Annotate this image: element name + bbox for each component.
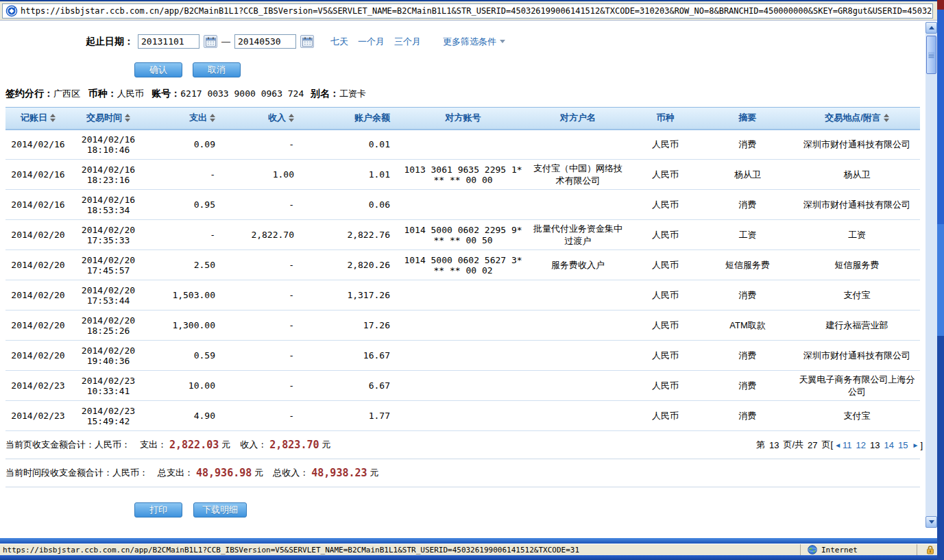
cell-balance: 1.77 xyxy=(304,401,400,431)
quick-link-1[interactable]: 一个月 xyxy=(358,36,385,48)
cell-in: - xyxy=(225,190,304,220)
quick-link-2[interactable]: 三个月 xyxy=(394,36,421,48)
end-date-input[interactable] xyxy=(234,34,296,49)
page-link-11[interactable]: 11 xyxy=(843,440,852,450)
cell-txn-time: 2014/02/2017:45:57 xyxy=(71,250,146,280)
address-url-text: https://ibsbjstar.ccb.com.cn/app/B2CMain… xyxy=(21,6,933,16)
filter-buttons: 确认 取消 xyxy=(134,62,925,77)
address-url-field[interactable]: https://ibsbjstar.ccb.com.cn/app/B2CMain… xyxy=(2,3,933,19)
transactions-tbody: 2014/02/162014/02/1618:10:460.09-0.01人民币… xyxy=(5,130,920,431)
internet-globe-icon xyxy=(808,545,817,555)
page-content: 起止日期： — 七天一个月三个月 更多筛选条件 确认 取消 签约分行：广西区 币… xyxy=(0,21,944,538)
period-in-unit: 元 xyxy=(370,467,379,479)
confirm-button[interactable]: 确认 xyxy=(134,62,182,77)
more-filters-link[interactable]: 更多筛选条件 xyxy=(443,36,505,48)
branch-value: 广西区 xyxy=(53,88,80,99)
col-header-out[interactable]: 支出 xyxy=(146,108,225,130)
cell-in: - xyxy=(225,130,304,160)
vertical-scrollbar[interactable] xyxy=(925,22,937,528)
cell-post-date: 2014/02/20 xyxy=(5,311,71,341)
sort-icon[interactable] xyxy=(884,114,889,122)
cell-peer-account: 1014 5000 0602 5627 3*** ** 00 02 xyxy=(400,250,527,280)
pagination-pages: 1112131415 xyxy=(843,440,908,450)
col-header-note[interactable]: 交易地点/附言 xyxy=(794,108,920,130)
cell-post-date: 2014/02/23 xyxy=(5,401,71,431)
table-row: 2014/02/202014/02/2017:35:33-2,822.702,8… xyxy=(5,220,920,250)
page-link-13: 13 xyxy=(870,440,880,450)
period-out-value: 48,936.98 xyxy=(196,467,252,479)
cell-out: 2.50 xyxy=(146,250,225,280)
table-row: 2014/02/162014/02/1618:23:16-1.001.01101… xyxy=(5,160,920,190)
cell-in: 2,822.70 xyxy=(225,220,304,250)
cell-summary: 工资 xyxy=(701,220,794,250)
next-pages-link[interactable]: ► xyxy=(912,441,919,449)
date-filter-row: 起止日期： — 七天一个月三个月 更多筛选条件 xyxy=(86,34,925,49)
cell-post-date: 2014/02/20 xyxy=(5,341,71,371)
cell-peer-account xyxy=(400,280,527,311)
cell-out: 0.95 xyxy=(146,190,225,220)
cell-in: - xyxy=(225,311,304,341)
download-details-button[interactable]: 下载明细 xyxy=(193,502,247,518)
page-link-12[interactable]: 12 xyxy=(856,440,866,450)
cell-txn-time: 2014/02/2017:35:33 xyxy=(71,220,146,250)
sort-icon[interactable] xyxy=(289,114,294,122)
pagination-close: ] xyxy=(920,440,923,450)
page-in-label: 收入： xyxy=(240,439,267,451)
start-date-input[interactable] xyxy=(138,34,199,49)
calendar-icon xyxy=(302,37,313,47)
col-header-in[interactable]: 收入 xyxy=(225,108,304,130)
col-header-txn-time[interactable]: 交易时间 xyxy=(71,108,146,130)
pagination-prefix: 第 xyxy=(756,439,765,451)
currency-value: 人民币 xyxy=(117,88,144,99)
cell-balance: 1,317.26 xyxy=(304,280,400,311)
cell-out: 1,300.00 xyxy=(146,311,225,341)
print-button[interactable]: 打印 xyxy=(134,502,182,518)
sort-icon[interactable] xyxy=(125,114,130,122)
end-calendar-button[interactable] xyxy=(300,35,314,48)
cell-peer-name xyxy=(527,190,629,220)
window-bottom-border xyxy=(0,555,944,560)
cell-post-date: 2014/02/23 xyxy=(5,371,71,401)
quick-link-0[interactable]: 七天 xyxy=(330,36,348,48)
cell-post-date: 2014/02/20 xyxy=(5,220,71,250)
date-range-label: 起止日期： xyxy=(86,36,134,48)
ccb-logo-icon xyxy=(5,5,18,17)
cell-peer-name xyxy=(527,401,629,431)
more-filters-label: 更多筛选条件 xyxy=(443,36,496,48)
period-out-label: 总支出： xyxy=(158,467,193,479)
cell-summary: 消费 xyxy=(701,401,794,431)
cell-peer-account: 1014 5000 0602 2295 9*** ** 00 50 xyxy=(400,220,527,250)
sort-icon[interactable] xyxy=(50,114,56,122)
sort-icon[interactable] xyxy=(210,114,215,122)
chevron-down-icon xyxy=(500,40,505,43)
cell-peer-name: 服务费收入户 xyxy=(527,250,629,280)
scrollbar-thumb[interactable] xyxy=(926,36,936,74)
cell-txn-time: 2014/02/2018:25:26 xyxy=(71,311,146,341)
alias-label: 别名： xyxy=(311,88,339,99)
cell-txn-time: 2014/02/2017:53:44 xyxy=(71,280,146,311)
col-header-post-date[interactable]: 记账日 xyxy=(5,108,71,130)
scroll-up-button[interactable] xyxy=(925,22,937,34)
prev-pages-link[interactable]: ◄ xyxy=(834,441,841,449)
cell-in: - xyxy=(225,371,304,401)
cancel-button[interactable]: 取消 xyxy=(193,62,241,77)
cell-peer-name: 批量代付业务资金集中过渡户 xyxy=(527,220,629,250)
cell-balance: 0.01 xyxy=(304,130,400,160)
col-header-peer-account: 对方账号 xyxy=(400,108,527,130)
cell-in: - xyxy=(225,280,304,311)
cell-post-date: 2014/02/16 xyxy=(5,190,71,220)
currency-label: 币种： xyxy=(88,88,117,99)
start-calendar-button[interactable] xyxy=(204,35,217,48)
cell-peer-name xyxy=(527,341,629,371)
page-link-14[interactable]: 14 xyxy=(884,440,894,450)
table-row: 2014/02/232014/02/2315:49:424.90-1.77人民币… xyxy=(5,401,920,431)
scroll-down-button[interactable] xyxy=(925,516,937,528)
page-link-15[interactable]: 15 xyxy=(898,440,908,450)
cell-currency: 人民币 xyxy=(629,190,701,220)
col-header-currency: 币种 xyxy=(629,108,701,130)
cell-note: 建行永福营业部 xyxy=(794,311,920,341)
table-header-row: 记账日交易时间支出收入账户余额对方账号对方户名币种摘要交易地点/附言 xyxy=(5,108,920,130)
cell-post-date: 2014/02/16 xyxy=(5,130,71,160)
cell-out: 1,503.00 xyxy=(146,280,225,311)
cell-txn-time: 2014/02/1618:23:16 xyxy=(71,160,146,190)
